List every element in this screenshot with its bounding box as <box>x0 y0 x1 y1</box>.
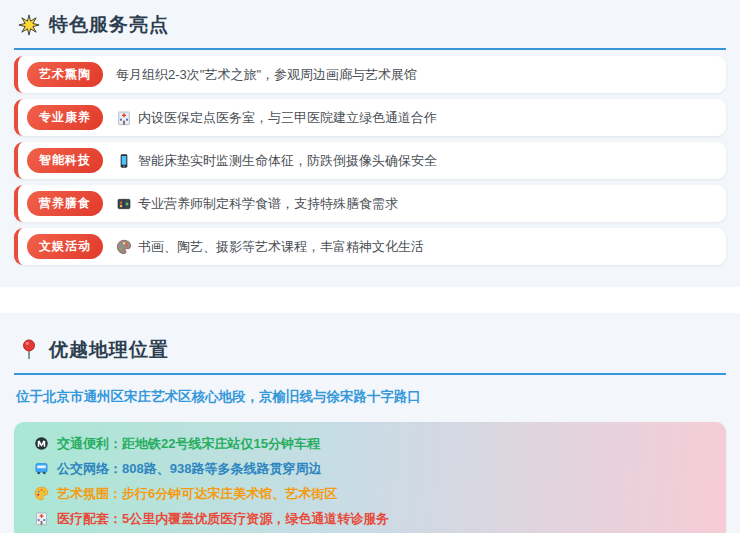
service-text: 专业营养师制定科学食谱，支持特殊膳食需求 <box>116 195 398 213</box>
highlight-content: 艺术氛围：步行6分钟可达宋庄美术馆、艺术街区 <box>57 484 337 503</box>
location-summary: 位于北京市通州区宋庄艺术区核心地段，京榆旧线与徐宋路十字路口 <box>16 388 726 406</box>
service-text: 每月组织2-3次"艺术之旅"，参观周边画廊与艺术展馆 <box>116 66 417 84</box>
pushpin-icon <box>18 339 40 361</box>
bus-icon <box>34 461 49 476</box>
bento-box-icon <box>116 196 132 212</box>
highlight-label: 医疗配套： <box>57 511 122 526</box>
service-text: 内设医保定点医务室，与三甲医院建立绿色通道合作 <box>116 109 437 127</box>
starburst-icon <box>18 14 40 36</box>
service-card-diet: 营养膳食 专业营养师制定科学食谱，支持特殊膳食需求 <box>14 185 726 222</box>
services-section-header: 特色服务亮点 <box>14 8 726 50</box>
location-section-title: 优越地理位置 <box>49 337 169 363</box>
highlight-content: 交通便利：距地铁22号线宋庄站仅15分钟车程 <box>57 434 320 453</box>
service-card-culture: 文娱活动 书画、陶艺、摄影等艺术课程，丰富精神文化生活 <box>14 228 726 265</box>
mobile-phone-icon <box>116 153 132 169</box>
palette-icon <box>34 486 49 501</box>
services-section-title: 特色服务亮点 <box>49 12 169 38</box>
service-card-medical: 专业康养 内设医保定点医务室，与三甲医院建立绿色通道合作 <box>14 99 726 136</box>
highlight-label: 艺术氛围： <box>57 486 122 501</box>
service-text: 智能床垫实时监测生命体征，防跌倒摄像头确保安全 <box>116 152 437 170</box>
highlight-label: 公交网络： <box>57 461 122 476</box>
service-badge: 文娱活动 <box>27 234 103 259</box>
service-badge: 艺术熏陶 <box>27 62 103 87</box>
highlight-text: 步行6分钟可达宋庄美术馆、艺术街区 <box>122 486 337 501</box>
highlight-text: 5公里内覆盖优质医疗资源，绿色通道转诊服务 <box>122 511 389 526</box>
highlight-art: 艺术氛围：步行6分钟可达宋庄美术馆、艺术街区 <box>34 481 706 506</box>
section-services: 特色服务亮点 艺术熏陶 每月组织2-3次"艺术之旅"，参观周边画廊与艺术展馆 专… <box>0 0 740 287</box>
highlight-text: 距地铁22号线宋庄站仅15分钟车程 <box>122 436 320 451</box>
highlight-content: 公交网络：808路、938路等多条线路贯穿周边 <box>57 459 321 478</box>
metro-icon <box>34 436 49 451</box>
location-highlights-box: 交通便利：距地铁22号线宋庄站仅15分钟车程 公交网络：808路、938路等多条… <box>14 422 726 533</box>
highlight-transit: 交通便利：距地铁22号线宋庄站仅15分钟车程 <box>34 431 706 456</box>
highlight-label: 交通便利： <box>57 436 122 451</box>
service-badge: 营养膳食 <box>27 191 103 216</box>
hospital-icon <box>116 110 132 126</box>
highlight-medical: 医疗配套：5公里内覆盖优质医疗资源，绿色通道转诊服务 <box>34 506 706 531</box>
location-section-header: 优越地理位置 <box>14 333 726 375</box>
palette-icon <box>116 239 132 255</box>
hospital-icon <box>34 511 49 526</box>
service-badge: 专业康养 <box>27 105 103 130</box>
service-card-tech: 智能科技 智能床垫实时监测生命体征，防跌倒摄像头确保安全 <box>14 142 726 179</box>
service-card-art: 艺术熏陶 每月组织2-3次"艺术之旅"，参观周边画廊与艺术展馆 <box>14 56 726 93</box>
service-text: 书画、陶艺、摄影等艺术课程，丰富精神文化生活 <box>116 238 424 256</box>
highlight-text: 808路、938路等多条线路贯穿周边 <box>122 461 321 476</box>
service-badge: 智能科技 <box>27 148 103 173</box>
highlight-content: 医疗配套：5公里内覆盖优质医疗资源，绿色通道转诊服务 <box>57 509 389 528</box>
highlight-bus: 公交网络：808路、938路等多条线路贯穿周边 <box>34 456 706 481</box>
section-location: 优越地理位置 位于北京市通州区宋庄艺术区核心地段，京榆旧线与徐宋路十字路口 交通… <box>0 313 740 533</box>
